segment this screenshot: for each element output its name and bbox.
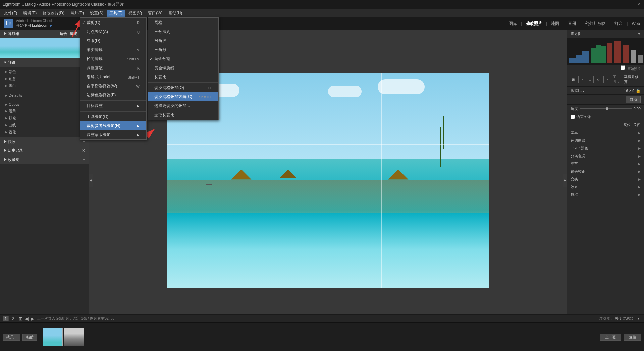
film-thumb-1[interactable] [43,328,63,346]
film-next-icon[interactable]: ▶ [31,316,34,321]
film-grid-icon[interactable]: ⊞ [19,316,23,321]
menu-target[interactable]: 目标调整 ▶ [80,101,146,111]
menu-develop[interactable]: 修改照片(D) [40,10,67,17]
film-thumb-2[interactable] [64,328,84,346]
collections-header[interactable]: ▶ 收藏夹 + [0,155,89,164]
navigator-header[interactable]: ▶ 导航器 适合 填充 1:1 [0,30,89,38]
right-section-color-grade[interactable]: 分离色调▶ [567,152,644,160]
histogram-header[interactable]: 直方图 ▼ [567,30,644,38]
menu-upright[interactable]: 引导式 Upright Shift+T [80,73,146,82]
menu-edgecolor[interactable]: 边缘色选择器(F) [80,91,146,100]
menu-window[interactable]: 窗口(W) [145,10,165,17]
overlay-choose-aspect[interactable]: 选取长宽比... [148,111,218,120]
module-print[interactable]: 打印 [614,21,623,27]
preset-sharpen[interactable]: ▶ 锐化 [3,129,85,136]
module-web[interactable]: Web [632,21,640,26]
preset-defaults[interactable]: ▶ Defaults [3,92,85,98]
add-collection-button[interactable]: + [83,157,85,162]
clear-history-button[interactable]: ✕ [82,148,85,153]
minimize-button[interactable]: — [623,2,628,7]
preset-color[interactable]: ▶ 颜色 [3,68,85,75]
page-1[interactable]: 1 [3,316,9,321]
crop-icon-4[interactable]: ◇ [595,76,602,83]
overlay-choose-more[interactable]: 选择更切换的叠加... [148,101,218,111]
titlebar: Lightroom Catalog - Adobe Photoshop Ligh… [0,0,644,9]
menu-file[interactable]: 文件(F) [1,10,20,17]
module-map[interactable]: 地图 [551,21,559,27]
crop-icon-2[interactable]: ○ [578,76,585,83]
menu-radial[interactable]: 径向滤镜 Shift+M [80,54,146,63]
overlay-toggle[interactable]: 切换网格叠加(O) O [148,83,218,92]
overlay-aspect[interactable]: 长宽比 [148,73,218,82]
module-book[interactable]: 画册 [568,21,576,27]
nav-fill[interactable]: 填充 [70,31,77,36]
right-panel-collapse[interactable]: ▶ [563,174,567,187]
menu-tools[interactable]: 工具(T) [107,10,125,17]
close-button[interactable]: ✕ [636,2,641,7]
menu-spot[interactable]: 污点去除(A) Q [80,27,146,36]
right-section-transform[interactable]: 变换▶ [567,175,644,183]
film-prev-icon[interactable]: ◀ [25,316,29,321]
menu-edit[interactable]: 编辑(E) [20,10,39,17]
module-library[interactable]: 图库 [509,21,517,27]
copy-button[interactable]: 拷贝... [3,334,20,341]
nav-fit[interactable]: 适合 [60,31,67,36]
reset-btn[interactable]: 复位 [624,334,641,341]
overlay-thirds[interactable]: 三分法则 [148,27,218,36]
crop-icon-5[interactable]: ○ [603,76,610,83]
overlay-golden-ratio[interactable]: ✓ 黄金分割 [148,54,218,63]
presets-header[interactable]: ▼ 预设 [0,58,89,67]
module-slideshow[interactable]: 幻灯片放映 [585,21,605,27]
reset-button[interactable]: 复位 [623,122,631,127]
right-section-calibration[interactable]: 校准▶ [567,191,644,199]
angle-slider[interactable] [580,108,632,109]
menu-redeye[interactable]: 红眼(D) [80,36,146,45]
maximize-button[interactable]: □ [629,2,635,7]
page-2[interactable]: 2 [10,316,16,321]
close-button[interactable]: 关闭 [633,122,641,127]
menu-crop-overlay[interactable]: 裁剪参考线叠加(H) ▶ [80,121,146,130]
filter-options-button[interactable]: ▼ [636,316,641,321]
right-section-lens[interactable]: 镜头校正▶ [567,168,644,175]
constrain-checkbox[interactable] [571,115,575,119]
left-panel-collapse[interactable]: ◀ [89,174,93,187]
preset-curves[interactable]: ▶ 曲线 [3,122,85,129]
right-section-tone-curve[interactable]: 色调曲线▶ [567,137,644,144]
menu-tool-overlay[interactable]: 工具叠加(O) [80,112,146,121]
menu-view[interactable]: 视图(V) [126,10,145,17]
right-section-effects[interactable]: 效果▶ [567,183,644,191]
module-develop[interactable]: 修改照片 [526,21,542,27]
prev-button[interactable]: 上一张 [600,334,621,341]
preset-optics[interactable]: ▶ Optics [3,101,85,107]
overlay-grid[interactable]: 网格 [148,18,218,27]
menu-help[interactable]: 帮助(H) [166,10,185,17]
filmstrip: 拷贝... 粘贴 上一张 复位 [0,322,644,351]
crop-icon-1[interactable]: ⊞ [570,76,577,83]
history-header[interactable]: ▶ 历史记录 ✕ [0,146,89,155]
menu-autowarp[interactable]: 自平衡选择器(W) W [80,82,146,91]
original-photo-checkbox[interactable] [621,65,625,70]
menu-gradient[interactable]: 渐变滤镜 M [80,45,146,54]
menu-settings[interactable]: 设置(S) [87,10,106,17]
auto-button[interactable]: 自动 [626,96,641,103]
right-section-basic[interactable]: 基本▶ [567,129,644,137]
preset-creative[interactable]: ▶ 创意 [3,75,85,82]
right-section-detail[interactable]: 细节▶ [567,160,644,168]
lock-icon[interactable]: 🔒 [636,88,641,93]
filter-value[interactable]: 关闭过滤器 [615,316,633,320]
overlay-golden-spiral[interactable]: 黄金螺旋线 [148,63,218,73]
crop-icon-3[interactable]: □ [587,76,594,83]
menu-brush[interactable]: 调整画笔 K [80,63,146,73]
right-section-hsl[interactable]: HSL / 颜色▶ [567,144,644,152]
overlay-triangle[interactable]: 三角形 [148,45,218,54]
menu-panel-overlay[interactable]: 调整蒙版叠加 ▶ [80,130,146,139]
menu-crop[interactable]: ✓ 裁剪(C) R [80,18,146,27]
menu-photo[interactable]: 照片(P) [68,10,87,17]
overlay-diagonal[interactable]: 对角线 [148,36,218,45]
preset-bw[interactable]: ▶ 黑白 [3,82,85,89]
preset-grain[interactable]: ▶ 颗粒 [3,115,85,122]
overlay-toggle-orient[interactable]: 切换网格叠加方向(C) Shift+O [148,92,218,101]
preset-vignette[interactable]: ▶ 暗角 [3,107,85,115]
paste-button[interactable]: 粘贴 [22,334,37,341]
snapshots-header[interactable]: ▶ 快照 + [0,137,89,146]
